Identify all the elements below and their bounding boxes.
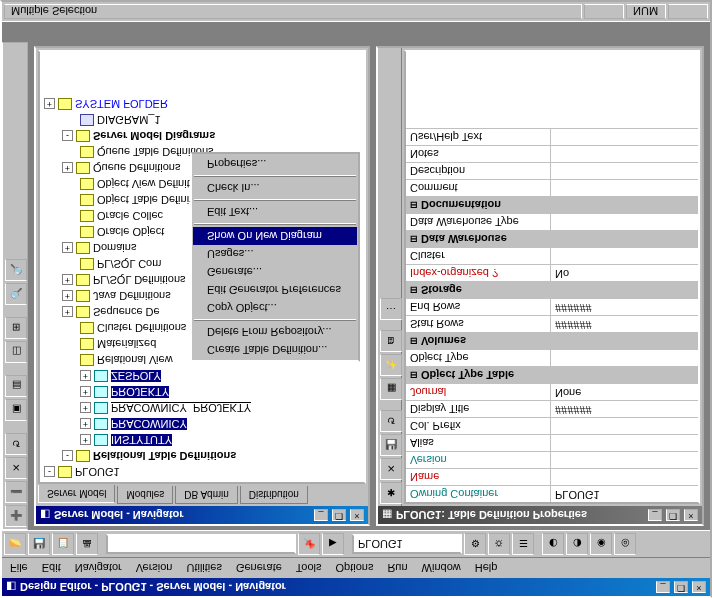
properties-grid[interactable]: Owning ContainerPLOUG1NameVersionAliasCo… [404,50,700,504]
ctx-generate[interactable]: Generate... [193,263,357,281]
prop-tool-save-icon[interactable]: 💾 [380,434,402,456]
side-icon-9[interactable]: 🔍 [5,283,27,305]
tab-server-model[interactable]: Server Model [38,485,115,503]
property-value[interactable]: PLOUG1 [551,486,698,502]
property-value[interactable]: None [551,384,698,400]
property-value[interactable] [551,452,698,468]
property-row[interactable]: Notes [406,145,698,162]
group-expander-icon[interactable]: ⊟ [410,370,418,380]
pin-icon[interactable]: 📌 [298,533,320,555]
property-value[interactable] [551,333,698,349]
tree-oracle-coll[interactable]: Oracle Collec [97,210,163,222]
tree-rel-tables[interactable]: Relational Table Definitions [93,450,236,462]
prop-tool-grid-icon[interactable]: ▦ [380,378,402,400]
property-row[interactable]: Start Rows###### [406,315,698,332]
tab-distribution[interactable]: Distribution [240,486,308,504]
property-row[interactable]: Col. Prefix [406,417,698,434]
prop-close-button[interactable]: × [684,509,698,521]
run-icon[interactable]: ▶ [322,533,344,555]
ctx-edit-gen-prefs[interactable]: Edit Generator Preferences [193,281,357,299]
tree-table-projekty[interactable]: PROJEKTY [111,386,169,398]
menu-utilities[interactable]: Utilities [180,560,227,576]
prop-tool-create-icon[interactable]: ✱ [380,482,402,504]
property-row[interactable]: ⊟Object Type Table [406,366,698,383]
property-row[interactable]: Index-organized ?No [406,264,698,281]
group-expander-icon[interactable]: ⊟ [410,285,418,295]
prop-tool-delete-icon[interactable]: ✕ [380,458,402,480]
prop-maximize-button[interactable]: ❐ [666,509,680,521]
menu-navigator[interactable]: Navigator [69,560,128,576]
property-row[interactable]: JournalNone [406,383,698,400]
property-value[interactable] [551,214,698,230]
tree-table-pracownicy-projekty[interactable]: PRACOWNICY_PROJEKTY [111,402,251,414]
expander-icon[interactable]: + [80,403,91,414]
copy-icon[interactable]: 📋 [52,533,74,555]
property-row[interactable]: Object Type [406,349,698,366]
minimize-button[interactable]: _ [656,581,670,593]
prop-minimize-button[interactable]: _ [648,509,662,521]
expander-icon[interactable]: + [62,163,73,174]
filter-combo[interactable] [106,534,296,554]
property-value[interactable]: ###### [551,299,698,315]
tree-queue-def[interactable]: Queue Definitions [93,162,180,174]
side-icon-4[interactable]: ↺ [5,433,27,455]
side-icon-8[interactable]: ⊞ [5,317,27,339]
expander-icon[interactable]: + [62,243,73,254]
menu-file[interactable]: File [4,560,34,576]
property-row[interactable]: User/Help Text [406,128,698,145]
nav-minimize-button[interactable]: _ [314,509,328,521]
tree-cluster-def[interactable]: Cluster Definitions [97,322,186,334]
schema-combo[interactable]: PLOUG1 [352,534,462,554]
tree-root[interactable]: PLOUG1 [75,466,120,478]
prop-tool-text-icon[interactable]: 🗎 [380,330,402,352]
tree-table-zespoly[interactable]: ZESPOLY [111,370,161,382]
prop-tool-misc-icon[interactable]: ⋯ [380,298,402,320]
tree-table-instytuty[interactable]: INSTYTUTY [111,434,172,446]
tool-icon-1[interactable]: ⚙ [464,533,486,555]
side-icon-10[interactable]: 🔎 [5,259,27,281]
property-row[interactable]: ⊟Data Warehouse [406,230,698,247]
nav-maximize-button[interactable]: ❐ [332,509,346,521]
property-value[interactable] [551,180,698,196]
menu-options[interactable]: Options [330,560,380,576]
tree-diagram-1[interactable]: DIAGRAM_1 [97,114,161,126]
property-row[interactable]: Owning ContainerPLOUG1 [406,485,698,502]
menu-window[interactable]: Window [416,560,467,576]
tree-plsql-com[interactable]: PL/SQL Com [97,258,161,270]
expander-icon[interactable]: + [62,275,73,286]
expander-icon[interactable]: + [80,387,91,398]
property-value[interactable] [551,197,698,213]
side-icon-1[interactable]: ➕ [5,505,27,527]
ctx-copy-object[interactable]: Copy Object... [193,299,357,317]
side-icon-5[interactable]: ▣ [5,399,27,421]
tree-plsql-def[interactable]: PL/SQL Definitions [93,274,186,286]
ctx-show-on-new-diagram[interactable]: Show On New Diagram [193,227,357,245]
tool-icon-6[interactable]: ◉ [590,533,612,555]
property-value[interactable] [551,163,698,179]
ctx-usages[interactable]: Usages... [193,245,357,263]
tool-icon-2[interactable]: ⛭ [488,533,510,555]
property-value[interactable] [551,146,698,162]
menu-version[interactable]: Version [130,560,179,576]
expander-icon[interactable]: - [62,451,73,462]
property-row[interactable]: Version [406,451,698,468]
property-value[interactable] [551,231,698,247]
property-value[interactable] [551,418,698,434]
property-row[interactable]: Description [406,162,698,179]
tab-db-admin[interactable]: DB Admin [175,486,237,504]
property-row[interactable]: Alias [406,434,698,451]
expander-icon[interactable]: + [62,307,73,318]
expander-icon[interactable]: + [44,99,55,110]
tree-rel-view[interactable]: Relational View [97,354,173,366]
property-row[interactable]: ⊟Documentation [406,196,698,213]
tree-sequence[interactable]: Sequence De [93,306,160,318]
property-value[interactable]: ###### [551,401,698,417]
tree-table-pracownicy[interactable]: PRACOWNICY [111,418,187,430]
open-icon[interactable]: 📂 [4,533,26,555]
expander-icon[interactable]: + [80,371,91,382]
tree-materialized[interactable]: Materialized [97,338,156,350]
menu-edit[interactable]: Edit [36,560,67,576]
tool-icon-4[interactable]: ◐ [542,533,564,555]
group-expander-icon[interactable]: ⊟ [410,234,418,244]
property-row[interactable]: Comment [406,179,698,196]
